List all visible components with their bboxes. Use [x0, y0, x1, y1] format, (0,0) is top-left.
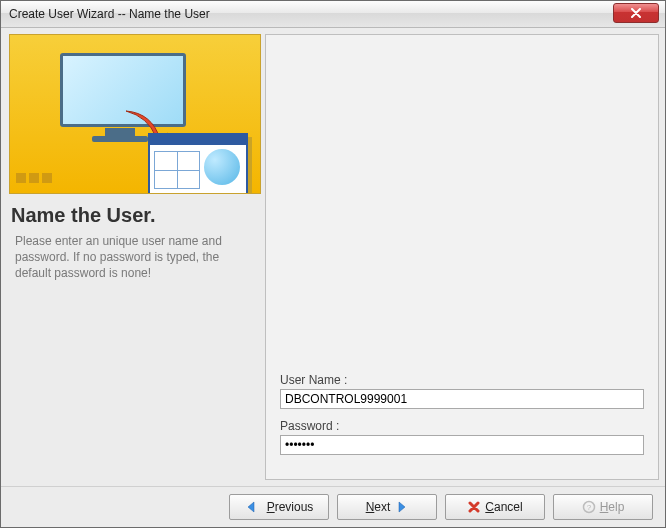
- svg-text:?: ?: [586, 503, 591, 512]
- window-title: Create User Wizard -- Name the User: [9, 7, 210, 21]
- username-field-group: User Name :: [280, 373, 644, 409]
- step-description: Please enter an unique user name and pas…: [9, 233, 259, 282]
- password-field-group: Password :: [280, 419, 644, 455]
- close-button[interactable]: [613, 3, 659, 23]
- main-panel: User Name : Password :: [265, 34, 659, 480]
- user-form: User Name : Password :: [280, 373, 644, 465]
- password-input[interactable]: [280, 435, 644, 455]
- cancel-text: Cancel: [485, 500, 522, 514]
- arrow-right-icon: [394, 500, 408, 514]
- password-label: Password :: [280, 419, 644, 433]
- button-row: P Previous Next Cancel ? Help: [1, 486, 665, 527]
- titlebar: Create User Wizard -- Name the User: [1, 1, 665, 28]
- previous-text: Previous: [267, 500, 314, 514]
- wizard-window: Create User Wizard -- Name the User: [0, 0, 666, 528]
- step-heading: Name the User.: [11, 204, 259, 227]
- content-area: Name the User. Please enter an unique us…: [1, 28, 665, 486]
- decor-squares: [16, 173, 55, 185]
- username-input[interactable]: [280, 389, 644, 409]
- next-button[interactable]: Next: [337, 494, 437, 520]
- next-text: Next: [366, 500, 391, 514]
- wizard-banner: [9, 34, 261, 194]
- form-graphic: [148, 133, 248, 194]
- close-icon: [629, 6, 643, 20]
- help-icon: ?: [582, 500, 596, 514]
- help-button[interactable]: ? Help: [553, 494, 653, 520]
- wizard-sidebar: Name the User. Please enter an unique us…: [9, 34, 259, 480]
- help-text: Help: [600, 500, 625, 514]
- username-label: User Name :: [280, 373, 644, 387]
- cancel-button[interactable]: Cancel: [445, 494, 545, 520]
- window-body: Name the User. Please enter an unique us…: [1, 28, 665, 527]
- cancel-icon: [467, 500, 481, 514]
- arrow-left-icon: [245, 500, 259, 514]
- previous-button[interactable]: P Previous: [229, 494, 329, 520]
